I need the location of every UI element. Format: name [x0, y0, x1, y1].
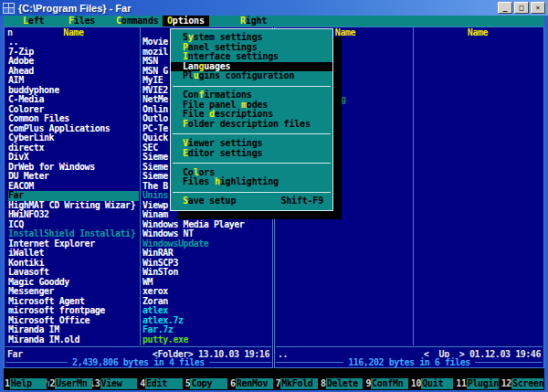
- file-item[interactable]: 7-Zip: [8, 48, 139, 58]
- options-menu-item[interactable]: Folder description files: [171, 120, 332, 130]
- fnkey-label: Copy: [190, 378, 227, 389]
- file-item[interactable]: xerox: [142, 287, 271, 297]
- menu-options[interactable]: Options: [163, 16, 209, 26]
- fnkey-label: ConfMn: [371, 378, 408, 389]
- menu-separator: [171, 81, 332, 91]
- file-item[interactable]: WinSTon: [142, 268, 271, 278]
- fnkey-mkfold[interactable]: 7MkFold: [276, 378, 318, 389]
- minimize-icon: _: [503, 4, 508, 12]
- file-item[interactable]: Internet Explorer: [8, 239, 139, 249]
- file-item[interactable]: ComPlus Applications: [8, 124, 139, 134]
- file-item[interactable]: atlex: [142, 306, 271, 316]
- menu-left[interactable]: Left: [18, 16, 48, 26]
- file-item[interactable]: AIM: [8, 76, 139, 86]
- fnkey-number: 10: [411, 378, 421, 389]
- fnkey-help[interactable]: 1Help: [5, 378, 47, 389]
- close-icon: ✕: [536, 4, 541, 12]
- file-item[interactable]: Adobe: [8, 57, 139, 67]
- maximize-icon: □: [520, 4, 524, 12]
- column-separator: [413, 27, 414, 345]
- file-item[interactable]: DU Meter: [8, 172, 139, 182]
- fnkey-number: 12: [501, 378, 511, 389]
- file-item[interactable]: CyberLink: [8, 133, 139, 143]
- file-item[interactable]: Far.7z: [142, 325, 271, 335]
- file-item[interactable]: Winam: [142, 210, 271, 220]
- file-item[interactable]: directx: [8, 143, 139, 154]
- fnkey-plugin[interactable]: 11Plugin: [456, 378, 498, 389]
- file-item[interactable]: microsoft frontpage: [8, 306, 139, 316]
- minimize-button[interactable]: _: [498, 2, 512, 14]
- file-item[interactable]: buddyphone: [8, 86, 139, 96]
- file-item[interactable]: Microsoft Agent: [8, 297, 139, 307]
- status-separator-line: [276, 346, 543, 347]
- function-key-bar: 1Help2UserMn3View4Edit5Copy6RenMov7MkFol…: [5, 378, 543, 389]
- fnkey-edit[interactable]: 4Edit: [140, 378, 182, 389]
- file-item[interactable]: ..: [8, 37, 139, 48]
- file-item[interactable]: Windows NT: [142, 229, 271, 239]
- file-item[interactable]: Colorer: [8, 105, 139, 115]
- menu-files[interactable]: Files: [64, 16, 100, 26]
- file-item[interactable]: DivX: [8, 153, 139, 163]
- file-item[interactable]: WinRAR: [142, 249, 271, 259]
- file-item[interactable]: HighMAT CD Writing Wizar}: [8, 201, 139, 211]
- close-button[interactable]: ✕: [531, 2, 545, 14]
- fnkey-quit[interactable]: 10Quit: [411, 378, 453, 389]
- left-panel-column1-header: Name: [8, 28, 139, 37]
- fnkey-label: Help: [10, 378, 47, 389]
- file-item[interactable]: iWallet: [8, 249, 139, 259]
- fnkey-copy[interactable]: 5Copy: [185, 378, 227, 389]
- status-separator-line: [5, 346, 271, 347]
- command-line[interactable]: C:\Program Files>: [5, 368, 115, 378]
- file-item[interactable]: WM: [142, 278, 271, 288]
- file-item[interactable]: InstallShield Installati}: [8, 229, 139, 239]
- file-item[interactable]: Messenger: [8, 287, 139, 297]
- file-item[interactable]: Common Files: [8, 114, 139, 124]
- right-panel-totals: 116,202 bytes in 6 files: [343, 357, 475, 367]
- right-panel-column2-header: Name: [415, 28, 541, 37]
- options-menu-item[interactable]: Plugins configuration: [171, 71, 332, 81]
- file-item[interactable]: EACOM: [8, 182, 139, 192]
- fnkey-label: MkFold: [280, 378, 318, 389]
- options-menu-item[interactable]: Editor settings: [171, 149, 332, 159]
- fnkey-usermn[interactable]: 2UserMn: [49, 378, 91, 389]
- fnkey-confmn[interactable]: 9ConfMn: [365, 378, 407, 389]
- file-item[interactable]: atlex.7z: [142, 316, 271, 326]
- fnkey-label: RenMov: [236, 378, 273, 389]
- file-item[interactable]: Microsoft Office: [8, 316, 139, 326]
- file-item[interactable]: putty.exe: [142, 335, 271, 345]
- file-item[interactable]: ICQ: [8, 220, 139, 230]
- options-menu-item[interactable]: Files highlighting: [171, 177, 332, 187]
- file-item[interactable]: WindowsUpdate: [142, 239, 271, 249]
- file-item[interactable]: Magic Gooddy: [8, 278, 139, 288]
- menu-right[interactable]: Right: [236, 16, 271, 26]
- options-menu: System settingsPanel settingsInterface s…: [170, 28, 333, 211]
- file-item[interactable]: Kontiki: [8, 259, 139, 269]
- window-controls: _ □ ✕: [498, 2, 548, 14]
- fnkey-view[interactable]: 3View: [95, 378, 137, 389]
- maximize-button[interactable]: □: [514, 2, 529, 14]
- options-menu-item[interactable]: Save setupShift-F9: [171, 196, 332, 207]
- menu-commands[interactable]: Commands: [111, 16, 163, 26]
- menu-bar: LeftFilesCommandsOptionsRight: [4, 16, 544, 26]
- file-item[interactable]: HWiNFO32: [8, 210, 139, 220]
- partially-hidden-filename: g: [341, 95, 346, 105]
- file-item[interactable]: Lavasoft: [8, 268, 139, 278]
- fnkey-screen[interactable]: 12Screen: [501, 378, 543, 389]
- fnkey-label: UserMn: [55, 378, 92, 389]
- file-item[interactable]: Far: [8, 191, 139, 201]
- file-item[interactable]: C-Media: [8, 95, 139, 105]
- fnkey-label: Plugin: [467, 378, 499, 389]
- file-item[interactable]: Miranda IM: [8, 325, 139, 335]
- left-panel-file-list-col1: ..7-ZipAdobeAheadAIMbuddyphoneC-MediaCol…: [8, 37, 139, 344]
- fnkey-number: 11: [456, 378, 466, 389]
- file-item[interactable]: Ahead: [8, 67, 139, 77]
- file-item[interactable]: DrWeb for Windows: [8, 163, 139, 173]
- file-item[interactable]: Windows Media Player: [142, 220, 271, 230]
- file-item[interactable]: WinSCP3: [142, 259, 271, 269]
- column-separator: [140, 27, 141, 345]
- fnkey-label: Screen: [511, 378, 543, 389]
- file-item[interactable]: Zoran: [142, 297, 271, 307]
- file-item[interactable]: Miranda IM.old: [8, 335, 139, 345]
- fnkey-renmov[interactable]: 6RenMov: [230, 378, 272, 389]
- fnkey-delete[interactable]: 8Delete: [321, 378, 363, 389]
